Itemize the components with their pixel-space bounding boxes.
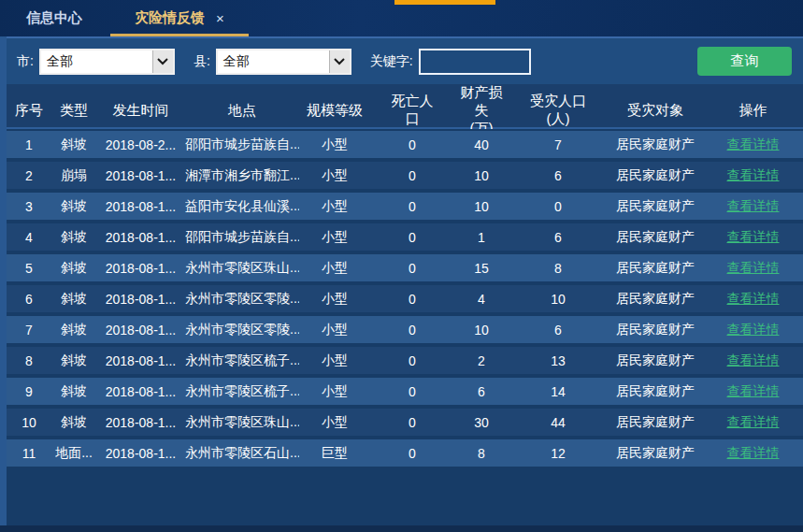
table-cell: 14	[509, 384, 608, 399]
table-cell: 小型	[299, 167, 370, 184]
column-header: 受灾对象	[608, 102, 703, 120]
table-row: 1斜坡2018-08-2...邵阳市城步苗族自...小型0407居民家庭财产查看…	[7, 131, 803, 158]
city-select[interactable]: 全部	[39, 49, 175, 75]
table-cell: 0	[509, 199, 608, 214]
table-cell: 永州市零陵区石山...	[185, 445, 299, 462]
table-cell: 斜坡	[51, 198, 96, 215]
table-cell: 2018-08-2...	[96, 137, 185, 152]
table-cell: 40	[454, 137, 509, 152]
table-cell: 2018-08-1...	[96, 415, 185, 430]
view-details-link[interactable]: 查看详情	[703, 198, 803, 215]
table-cell: 2018-08-1...	[96, 384, 185, 399]
view-details-link[interactable]: 查看详情	[703, 414, 803, 431]
table-cell: 2018-08-1...	[96, 446, 185, 461]
table-cell: 2018-08-1...	[96, 261, 185, 276]
table-cell: 2	[454, 353, 509, 368]
city-select-value: 全部	[41, 53, 152, 70]
table-cell: 0	[370, 353, 454, 368]
table-cell: 6	[7, 292, 51, 307]
table-cell: 居民家庭财产	[608, 414, 703, 431]
table-cell: 居民家庭财产	[608, 291, 703, 308]
chevron-down-icon	[329, 50, 350, 73]
table-cell: 邵阳市城步苗族自...	[185, 229, 299, 246]
table-cell: 居民家庭财产	[608, 229, 703, 246]
county-select-value: 全部	[218, 53, 329, 70]
table-cell: 10	[454, 323, 509, 338]
table-cell: 0	[370, 323, 454, 338]
table-cell: 斜坡	[51, 414, 96, 431]
table-cell: 永州市零陵区零陵...	[185, 322, 299, 338]
tab-info-center[interactable]: 信息中心	[0, 0, 108, 36]
county-select[interactable]: 全部	[216, 49, 351, 75]
table-cell: 2018-08-1...	[96, 323, 185, 338]
view-details-link[interactable]: 查看详情	[703, 445, 803, 462]
table-cell: 斜坡	[51, 383, 96, 400]
table-cell: 小型	[299, 260, 370, 277]
keyword-input[interactable]	[419, 49, 531, 75]
table-cell: 0	[370, 199, 454, 214]
filter-bar: 市: 全部 县: 全部 关键字: 查询	[0, 38, 803, 84]
county-label: 县:	[194, 53, 210, 70]
table-cell: 10	[454, 199, 509, 214]
column-header: 死亡人 口	[370, 93, 454, 128]
table-row: 5斜坡2018-08-1...永州市零陵区珠山...小型0158居民家庭财产查看…	[7, 254, 803, 281]
table-cell: 44	[509, 415, 608, 430]
view-details-link[interactable]: 查看详情	[703, 352, 803, 369]
table-cell: 0	[370, 261, 454, 276]
table-cell: 斜坡	[51, 137, 96, 153]
table-cell: 斜坡	[51, 322, 96, 338]
tab-label: 信息中心	[26, 9, 82, 27]
table-cell: 3	[7, 199, 51, 214]
table-cell: 小型	[299, 198, 370, 215]
left-edge-strip	[0, 36, 7, 532]
table-cell: 永州市零陵区珠山...	[185, 260, 299, 277]
table-cell: 0	[370, 137, 454, 152]
view-details-link[interactable]: 查看详情	[703, 383, 803, 400]
table-cell: 0	[370, 292, 454, 307]
column-header: 发生时间	[96, 102, 185, 120]
tab-disaster-feedback[interactable]: 灾险情反馈 ×	[108, 0, 251, 36]
table-cell: 30	[454, 415, 509, 430]
table-cell: 居民家庭财产	[608, 260, 703, 277]
table-row: 8斜坡2018-08-1...永州市零陵区梳子...小型0213居民家庭财产查看…	[7, 347, 803, 374]
table-cell: 斜坡	[51, 352, 96, 369]
view-details-link[interactable]: 查看详情	[703, 229, 803, 246]
table-cell: 2018-08-1...	[96, 353, 185, 368]
table-row: 2崩塌2018-08-1...湘潭市湘乡市翻江...小型0106居民家庭财产查看…	[7, 162, 803, 189]
table-cell: 4	[7, 230, 51, 245]
table-cell: 邵阳市城步苗族自...	[185, 137, 299, 153]
view-details-link[interactable]: 查看详情	[703, 137, 803, 153]
table-cell: 11	[7, 446, 51, 461]
view-details-link[interactable]: 查看详情	[703, 260, 803, 277]
table-cell: 小型	[299, 414, 370, 431]
table-header-row: 序号类型发生时间地点规模等级死亡人 口财产损失 (万)受灾人口 (人)受灾对象操…	[0, 84, 803, 129]
close-icon[interactable]: ×	[216, 11, 224, 25]
table-cell: 8	[454, 446, 509, 461]
table-cell: 斜坡	[51, 291, 96, 308]
view-details-link[interactable]: 查看详情	[703, 291, 803, 308]
column-header: 序号	[7, 102, 51, 120]
tab-label: 灾险情反馈	[135, 9, 205, 27]
view-details-link[interactable]: 查看详情	[703, 322, 803, 338]
table-cell: 10	[7, 415, 51, 430]
table-cell: 巨型	[299, 445, 370, 462]
table-cell: 小型	[299, 137, 370, 153]
table-cell: 小型	[299, 322, 370, 338]
table-cell: 9	[7, 384, 51, 399]
column-header: 受灾人口 (人)	[509, 93, 608, 128]
table-row: 4斜坡2018-08-1...邵阳市城步苗族自...小型016居民家庭财产查看详…	[7, 223, 803, 251]
table-cell: 0	[370, 415, 454, 430]
table-row: 9斜坡2018-08-1...永州市零陵区梳子...小型0614居民家庭财产查看…	[7, 378, 803, 405]
column-header: 地点	[185, 102, 299, 120]
table-cell: 6	[454, 384, 509, 399]
table-cell: 7	[509, 137, 608, 152]
table-cell: 斜坡	[51, 229, 96, 246]
search-button[interactable]: 查询	[697, 47, 792, 76]
view-details-link[interactable]: 查看详情	[703, 167, 803, 184]
table-cell: 湘潭市湘乡市翻江...	[185, 167, 299, 184]
table-cell: 2018-08-1...	[96, 292, 185, 307]
table-cell: 地面...	[51, 445, 96, 462]
city-label: 市:	[17, 53, 34, 70]
table-row: 6斜坡2018-08-1...永州市零陵区零陵...小型0410居民家庭财产查看…	[7, 285, 803, 312]
table-cell: 0	[370, 230, 454, 245]
